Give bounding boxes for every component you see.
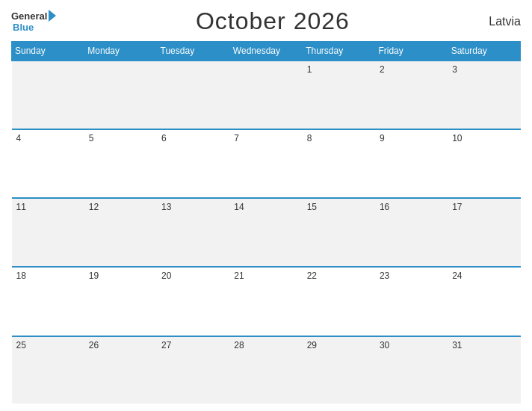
table-row: 1 2 3 <box>12 61 521 129</box>
weekday-friday: Friday <box>375 42 448 61</box>
day-cell: 6 <box>157 129 229 198</box>
brand-general: General <box>11 11 47 21</box>
weekday-header-row: Sunday Monday Tuesday Wednesday Thursday… <box>12 42 521 61</box>
calendar-header: Sunday Monday Tuesday Wednesday Thursday… <box>12 42 521 61</box>
day-cell: 12 <box>84 198 157 267</box>
table-row: 11 12 13 14 15 16 17 <box>12 198 521 267</box>
day-cell: 22 <box>303 267 375 336</box>
day-cell: 11 <box>12 198 84 267</box>
day-cell: 1 <box>303 61 375 129</box>
day-cell: 27 <box>157 336 229 404</box>
day-cell: 2 <box>375 61 448 129</box>
day-cell: 24 <box>448 267 520 336</box>
day-cell: 13 <box>157 198 229 267</box>
day-cell <box>84 61 157 129</box>
day-cell: 21 <box>229 267 302 336</box>
month-title: October 2026 <box>196 7 350 35</box>
day-cell: 8 <box>303 129 375 198</box>
weekday-saturday: Saturday <box>448 42 520 61</box>
day-cell: 9 <box>375 129 448 198</box>
day-cell: 3 <box>448 61 520 129</box>
weekday-tuesday: Tuesday <box>157 42 229 61</box>
brand-blue: Blue <box>13 22 34 33</box>
weekday-sunday: Sunday <box>12 42 84 61</box>
day-cell: 26 <box>84 336 157 404</box>
table-row: 25 26 27 28 29 30 31 <box>12 336 521 404</box>
day-cell: 18 <box>12 267 84 336</box>
day-cell: 17 <box>448 198 520 267</box>
flag-icon <box>49 10 56 22</box>
day-cell: 30 <box>375 336 448 404</box>
logo: General Blue <box>11 10 56 33</box>
header: General Blue October 2026 Latvia <box>11 7 521 35</box>
calendar-container: General Blue October 2026 Latvia Sunday … <box>0 0 532 411</box>
day-cell <box>12 61 84 129</box>
day-cell <box>229 61 302 129</box>
day-cell: 10 <box>448 129 520 198</box>
day-cell: 7 <box>229 129 302 198</box>
day-cell: 14 <box>229 198 302 267</box>
day-cell: 15 <box>303 198 375 267</box>
day-cell: 31 <box>448 336 520 404</box>
calendar-body: 1 2 3 4 5 6 7 8 9 10 11 12 13 14 15 16 <box>12 61 521 404</box>
calendar-table: Sunday Monday Tuesday Wednesday Thursday… <box>11 41 521 404</box>
day-cell <box>157 61 229 129</box>
weekday-thursday: Thursday <box>303 42 375 61</box>
day-cell: 25 <box>12 336 84 404</box>
country-label: Latvia <box>489 15 521 28</box>
day-cell: 16 <box>375 198 448 267</box>
day-cell: 28 <box>229 336 302 404</box>
table-row: 18 19 20 21 22 23 24 <box>12 267 521 336</box>
table-row: 4 5 6 7 8 9 10 <box>12 129 521 198</box>
day-cell: 20 <box>157 267 229 336</box>
weekday-wednesday: Wednesday <box>229 42 302 61</box>
day-cell: 5 <box>84 129 157 198</box>
day-cell: 29 <box>303 336 375 404</box>
day-cell: 19 <box>84 267 157 336</box>
weekday-monday: Monday <box>84 42 157 61</box>
day-cell: 23 <box>375 267 448 336</box>
day-cell: 4 <box>12 129 84 198</box>
